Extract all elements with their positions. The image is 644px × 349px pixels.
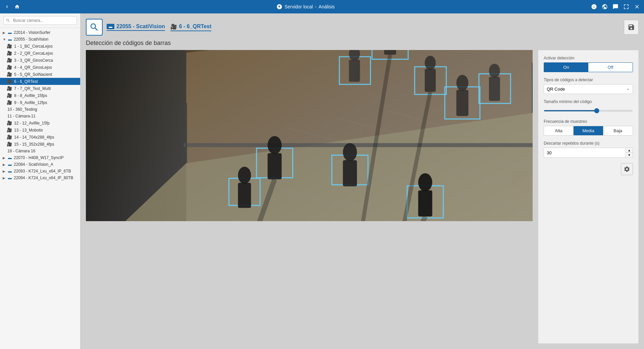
sidebar-item-cam18[interactable]: 18 - Cámara 16 [0, 148, 80, 154]
cam-icon: 🎥 [7, 44, 12, 49]
sidebar-item-cam9[interactable]: 🎥 9 - 9_Avifile_12fps [0, 99, 80, 106]
info-button[interactable] [590, 3, 598, 10]
cam-name: 6 - 6_QRTest [179, 23, 212, 30]
save-button[interactable] [624, 20, 639, 35]
expand-icon: ▶ [3, 31, 8, 35]
sidebar-item-cam3[interactable]: 🎥 3 - 3_QR_GirosCerca [0, 57, 80, 64]
close-button[interactable] [633, 3, 641, 10]
sidebar-item-cam4[interactable]: 🎥 4 - 4_QR_GirosLejos [0, 64, 80, 71]
sidebar-item-label: 13 - 13_Mobotix [14, 128, 43, 133]
sidebar-item-22055[interactable]: ▼ ▬ 22055 - ScatiVision [0, 36, 80, 43]
topbar-left [3, 3, 21, 10]
sidebar-item-cam8[interactable]: 🎥 8 - 8_Avifile_15fps [0, 92, 80, 99]
server-icon: ▬ [8, 176, 12, 180]
server-icon: ▬ [8, 37, 12, 41]
sidebar-item-cam10[interactable]: 10 - 360_Testing [0, 106, 80, 113]
expand-icon: ▶ [3, 163, 8, 166]
sidebar-item-label: 9 - 9_Avifile_12fps [14, 100, 47, 105]
sidebar-item-cam14[interactable]: 🎥 14 - 14_704x288_4fps [0, 134, 80, 141]
sidebar-item-22070[interactable]: ▶ ▬ 22070 - H408_W17_SyncIP [0, 154, 80, 161]
cam-icon: 🎥 [7, 120, 12, 126]
activation-section: Activar detección On Off [544, 56, 633, 72]
sidebar-item-label: 22055 - ScatiVision [14, 37, 48, 42]
server-icon: ▬ [8, 31, 12, 35]
freq-baja-button[interactable]: Baja [603, 126, 633, 135]
freq-alta-button[interactable]: Alta [544, 126, 574, 135]
min-size-slider[interactable] [544, 110, 633, 111]
discard-section: Descartar repetidos durante (s) ▲ ▼ [544, 141, 633, 158]
sidebar-item-cam12[interactable]: 🎥 12 - 12_Avifile_15fp [0, 119, 80, 127]
codes-dropdown[interactable]: QR Code Barcode DataMatrix PDF417 [544, 84, 633, 94]
svg-point-41 [238, 167, 251, 184]
maximize-button[interactable] [623, 3, 630, 10]
freq-media-button[interactable]: Media [574, 126, 603, 135]
sidebar-item-cam1[interactable]: 🎥 1 - 1_BC_CercaLejos [0, 43, 80, 50]
spin-up-button[interactable]: ▲ [626, 148, 633, 153]
gear-button[interactable] [621, 163, 633, 175]
sidebar-item-22014[interactable]: ▶ ▬ 22014 - VisionSurfer [0, 29, 80, 36]
breadcrumb: ▬ 22055 - ScatiVision 🎥 6 - 6_QRTest [107, 23, 620, 31]
sidebar-item-label: 22014 - VisionSurfer [14, 30, 50, 35]
sidebar-item-cam7[interactable]: 🎥 7 - 7_QR_Test_Multi [0, 85, 80, 92]
sidebar-item-label: 6 - 6_QRTest [14, 79, 38, 84]
search-input[interactable] [3, 16, 77, 25]
sidebar-item-cam13[interactable]: 🎥 13 - 13_Mobotix [0, 127, 80, 134]
sidebar-item-label: 7 - 7_QR_Test_Multi [14, 86, 51, 91]
breadcrumb-camera: 🎥 6 - 6_QRTest [170, 23, 212, 31]
expand-icon: ▼ [3, 38, 8, 41]
sidebar-item-cam15[interactable]: 🎥 15 - 15_352x288_4fps [0, 141, 80, 148]
sidebar-item-cam5[interactable]: 🎥 5 - 5_QR_SolNacient [0, 71, 80, 78]
video-container [86, 50, 533, 221]
expand-icon: ▶ [3, 169, 8, 173]
min-size-section: Tamaño mínimo del código [544, 99, 633, 114]
freq-toggle-group: Alta Media Baja [544, 126, 633, 136]
sidebar-item-label: 22070 - H408_W17_SyncIP [14, 155, 64, 160]
sidebar-item-cam11[interactable]: 11 - Cámara-11 [0, 113, 80, 119]
server-icon: ▬ [8, 169, 12, 173]
sidebar: ▶ ▬ 22014 - VisionSurfer ▼ ▬ 22055 - Sca… [0, 13, 80, 349]
topbar-right [590, 3, 641, 10]
svg-rect-34 [489, 77, 500, 101]
chat-button[interactable] [612, 3, 619, 10]
toggle-off-button[interactable]: Off [588, 63, 633, 72]
sidebar-item-22093[interactable]: ▶ ▬ 22093 - K724_Lxu_x64_IP_6TB [0, 168, 80, 174]
svg-rect-42 [238, 183, 251, 208]
analysis-mode-button[interactable] [86, 19, 103, 36]
codes-section: Tipos de códigos a detectar QR Code Barc… [544, 78, 633, 94]
spin-down-button[interactable]: ▼ [626, 153, 633, 157]
discard-label: Descartar repetidos durante (s) [544, 141, 633, 146]
server-icon: ▬ [8, 156, 12, 160]
sidebar-item-22084[interactable]: ▶ ▬ 22084 - ScatiVision_A [0, 161, 80, 168]
topbar-title: Servidor local - Análisis [276, 4, 335, 10]
sidebar-item-label: 2 - 2_QR_CercaLejos [14, 51, 53, 56]
breadcrumb-server: ▬ 22055 - ScatiVision [107, 23, 165, 31]
cam-icon: 🎥 [7, 51, 12, 56]
topbar: Servidor local - Análisis [0, 0, 644, 13]
cam-icon-header: 🎥 [170, 23, 177, 30]
cam-icon: 🎥 [7, 100, 12, 105]
sidebar-item-label: 11 - Cámara-11 [7, 114, 36, 118]
svg-point-39 [343, 143, 357, 161]
toggle-on-button[interactable]: On [544, 63, 588, 72]
sidebar-search-area [0, 13, 80, 28]
sidebar-item-label: 8 - 8_Avifile_15fps [14, 93, 47, 98]
sidebar-item-label: 5 - 5_QR_SolNacient [14, 72, 52, 77]
back-button[interactable] [3, 3, 11, 10]
sidebar-item-cam2[interactable]: 🎥 2 - 2_QR_CercaLejos [0, 50, 80, 57]
globe-button[interactable] [601, 3, 608, 10]
home-button[interactable] [13, 3, 21, 10]
svg-point-33 [489, 64, 500, 78]
discard-input[interactable] [544, 148, 626, 157]
server-title: Servidor local [284, 4, 313, 9]
codes-label: Tipos de códigos a detectar [544, 78, 633, 82]
sidebar-item-cam6[interactable]: 🎥 6 - 6_QRTest [0, 78, 80, 85]
sidebar-item-label: 15 - 15_352x288_4fps [14, 142, 54, 147]
cam-icon: 🎥 [7, 58, 12, 63]
svg-rect-38 [268, 153, 282, 179]
sidebar-item-22094[interactable]: ▶ ▬ 22094 - K724_Lxu_x64_IP_80TB [0, 174, 80, 181]
svg-point-43 [418, 173, 432, 191]
sidebar-item-label: 22093 - K724_Lxu_x64_IP_6TB [14, 169, 71, 173]
svg-rect-36 [457, 90, 469, 116]
server-name: 22055 - ScatiVision [116, 23, 165, 30]
cam-icon: 🎥 [7, 142, 12, 147]
